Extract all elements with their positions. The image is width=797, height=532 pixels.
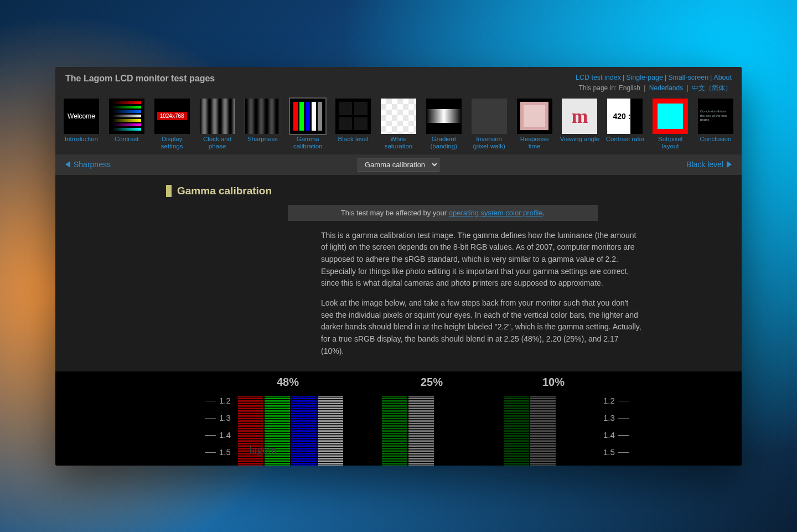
notice-text: This test may be affected by your <box>341 209 449 217</box>
thumb-label: Black level <box>338 136 369 150</box>
thumb-label: Response time <box>514 136 555 150</box>
gamma-bar <box>318 396 343 466</box>
thumb-label: Viewing angle <box>560 136 599 150</box>
thumb-icon <box>517 99 552 134</box>
thumb-icon <box>290 99 325 134</box>
thumb-icon: 420 : 1 <box>607 99 643 134</box>
header-link[interactable]: Small-screen <box>668 74 708 81</box>
heading-row: Gamma calibration <box>166 185 720 197</box>
nav-thumb[interactable]: Inversion (pixel-walk) <box>469 99 510 150</box>
prev-label: Sharpness <box>74 160 111 169</box>
site-title: The Lagom LCD monitor test pages <box>65 74 215 84</box>
thumb-icon: Welcome <box>64 99 99 134</box>
watermark: lagom <box>249 443 277 456</box>
header-right: LCD test index|Single-page|Small-screen|… <box>576 74 732 93</box>
nav-thumb[interactable]: White saturation <box>378 99 419 150</box>
gamma-pct-label: 25% <box>421 376 443 389</box>
thumb-icon <box>335 99 371 134</box>
nav-thumb[interactable]: Contrast <box>106 99 147 150</box>
thumb-label: Contrast ratio <box>606 136 644 150</box>
lang-link-nl[interactable]: Nederlands <box>649 84 683 92</box>
thumb-label: Sharpness <box>247 136 278 150</box>
next-label: Black level <box>686 160 723 169</box>
thumb-icon <box>109 99 144 134</box>
triangle-left-icon <box>65 161 70 168</box>
nav-thumb[interactable]: 1024x768Display settings <box>152 99 193 150</box>
nav-thumb[interactable]: Clock and phase <box>197 99 238 150</box>
content: Gamma calibration This test may be affec… <box>55 175 742 358</box>
nav-thumb[interactable]: Subpixel layout <box>650 99 691 150</box>
app-window: The Lagom LCD monitor test pages LCD tes… <box>55 67 742 466</box>
gamma-bar-group <box>504 396 556 466</box>
header-link[interactable]: LCD test index <box>576 74 621 81</box>
gamma-bar <box>530 396 556 466</box>
header-lang: This page in: English | Nederlands | 中文（… <box>576 84 732 93</box>
nav-thumb[interactable]: mViewing angle <box>559 99 600 150</box>
lang-link-zh[interactable]: 中文（简体） <box>692 84 732 92</box>
thumb-icon <box>653 99 688 134</box>
gamma-bar <box>408 396 434 466</box>
thumb-label: Conclusion <box>700 136 732 150</box>
lang-label: This page in: <box>579 84 617 92</box>
thumb-icon: m <box>562 99 597 134</box>
thumb-label: Contrast <box>115 136 138 150</box>
thumb-icon: 1024x768 <box>154 99 190 134</box>
gamma-bar <box>382 396 407 466</box>
gamma-bar-group <box>382 396 434 466</box>
thumb-label: Gamma calibration <box>287 136 328 150</box>
thumb-label: Inversion (pixel-walk) <box>469 136 510 150</box>
thumb-icon <box>426 99 462 134</box>
gamma-pct-label: 10% <box>542 376 565 389</box>
nav-thumb[interactable]: Gamma calibration <box>287 99 328 150</box>
thumb-label: White saturation <box>378 136 419 150</box>
thumb-label: Subpixel layout <box>650 136 691 150</box>
next-link[interactable]: Black level <box>686 160 732 169</box>
notice-banner: This test may be affected by your operat… <box>288 205 598 221</box>
gamma-bar <box>291 396 317 466</box>
lang-current: English <box>619 84 640 92</box>
thumb-label: Introduction <box>65 136 98 150</box>
header-links: LCD test index|Single-page|Small-screen|… <box>576 74 732 81</box>
header: The Lagom LCD monitor test pages LCD tes… <box>55 67 742 96</box>
page-select[interactable]: Gamma calibration <box>358 158 439 172</box>
header-link[interactable]: Single-page <box>626 74 663 81</box>
body-text: This is a gamma calibration test image. … <box>321 230 642 358</box>
thumb-icon: Conclusion this is the end of the test p… <box>698 99 733 134</box>
thumb-icon <box>245 99 280 134</box>
gamma-scale-left: 1.21.31.41.5 <box>205 396 231 457</box>
gamma-pct-label: 48% <box>277 376 299 389</box>
nav-thumb[interactable]: Response time <box>514 99 555 150</box>
gamma-chart: 1.21.31.41.51.21.31.41.548%25%10%lagom <box>55 371 742 466</box>
thumb-icon <box>381 99 416 134</box>
page-title: Gamma calibration <box>177 185 272 197</box>
gamma-bar <box>504 396 529 466</box>
nav-thumb[interactable]: Gradient (banding) <box>423 99 464 150</box>
header-link[interactable]: About <box>713 74 732 81</box>
thumb-icon <box>472 99 507 134</box>
prev-link[interactable]: Sharpness <box>65 160 111 169</box>
nav-thumbnails: WelcomeIntroductionContrast1024x768Displ… <box>55 96 742 154</box>
thumb-label: Gradient (banding) <box>423 136 464 150</box>
thumb-icon <box>200 99 235 134</box>
nav-thumb[interactable]: WelcomeIntroduction <box>61 99 102 150</box>
nav-thumb[interactable]: Sharpness <box>242 99 283 150</box>
gamma-scale-right: 1.21.31.41.5 <box>603 396 629 457</box>
thumb-label: Clock and phase <box>197 136 238 150</box>
nav-thumb[interactable]: 420 : 1Contrast ratio <box>604 99 645 150</box>
thumb-label: Display settings <box>152 136 193 150</box>
heading-accent-bar <box>166 185 172 197</box>
triangle-right-icon <box>727 161 732 168</box>
paragraph-2: Look at the image below, and take a few … <box>321 297 642 357</box>
prev-next-bar: Sharpness Gamma calibration Black level <box>55 154 742 175</box>
nav-thumb[interactable]: Conclusion this is the end of the test p… <box>695 99 736 150</box>
nav-thumb[interactable]: Black level <box>333 99 374 150</box>
paragraph-1: This is a gamma calibration test image. … <box>321 230 642 290</box>
notice-link[interactable]: operating system color profile <box>449 209 543 217</box>
